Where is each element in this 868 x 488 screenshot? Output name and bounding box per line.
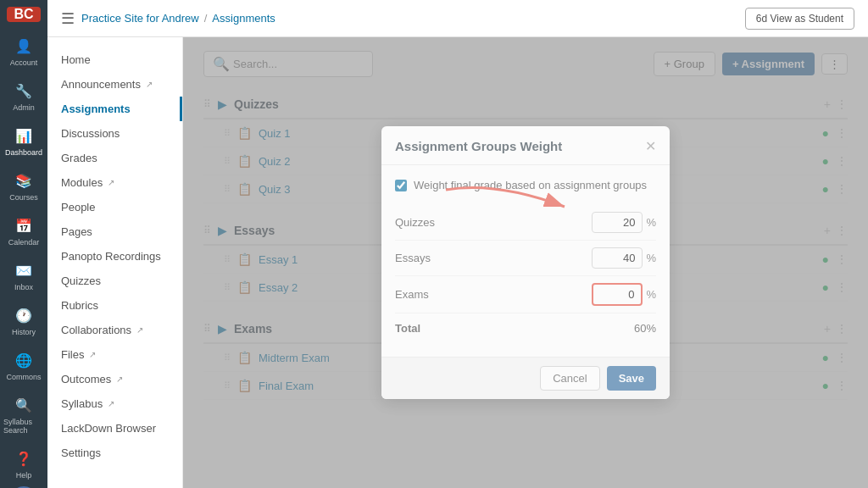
sidebar-item-discussions[interactable]: Discussions <box>47 121 182 146</box>
sidebar-item-collaborations[interactable]: Collaborations ↗ <box>47 318 182 342</box>
weight-checkbox-row: Weight final grade based on assignment g… <box>395 179 656 191</box>
hamburger-menu[interactable]: ☰ <box>61 9 75 28</box>
sidebar-item-people[interactable]: People <box>47 195 182 219</box>
quizzes-weight-input-wrap: % <box>592 212 656 233</box>
topbar: ☰ Practice Site for Andrew / Assignments… <box>47 0 868 37</box>
sidebar-label-grades: Grades <box>61 152 97 164</box>
nav-label-history: History <box>12 328 36 336</box>
sidebar-item-panopto[interactable]: Panopto Recordings <box>47 244 182 269</box>
sidebar-item-home[interactable]: Home <box>47 47 182 72</box>
sidebar: Home Announcements ↗ Assignments Discuss… <box>47 37 183 488</box>
nav-item-admin[interactable]: 🔧 Admin <box>0 74 47 119</box>
nav-label-inbox: Inbox <box>14 283 33 291</box>
nav-item-commons[interactable]: 🌐 Commons <box>0 343 47 388</box>
quizzes-weight-label: Quizzes <box>395 216 592 229</box>
essays-weight-input-wrap: % <box>592 247 656 269</box>
view-as-student-button[interactable]: 6d View as Student <box>745 8 854 30</box>
sidebar-label-announcements: Announcements <box>61 78 141 91</box>
exams-pct: % <box>646 288 656 301</box>
sidebar-item-rubrics[interactable]: Rubrics <box>47 293 182 318</box>
sidebar-label-pages: Pages <box>61 225 92 238</box>
nav-item-account[interactable]: 👤 Account <box>0 29 47 74</box>
commons-icon: 🌐 <box>14 350 34 370</box>
sidebar-item-pages[interactable]: Pages <box>47 219 182 244</box>
inbox-icon: ✉️ <box>14 260 34 280</box>
essays-weight-label: Essays <box>395 252 592 264</box>
breadcrumb-separator: / <box>204 12 208 25</box>
content-area: Home Announcements ↗ Assignments Discuss… <box>47 37 868 488</box>
sidebar-item-settings[interactable]: Settings <box>47 441 182 465</box>
modal-close-button[interactable]: ✕ <box>645 138 656 154</box>
essays-weight-row: Essays % <box>395 241 656 276</box>
external-link-icon-syllabus: ↗ <box>108 399 114 408</box>
sidebar-item-quizzes[interactable]: Quizzes <box>47 269 182 293</box>
topbar-right: 6d View as Student <box>745 8 854 30</box>
nav-item-inbox[interactable]: ✉️ Inbox <box>0 253 47 298</box>
sidebar-item-lockdown[interactable]: LackDown Browser <box>47 416 182 441</box>
sidebar-item-syllabus[interactable]: Syllabus ↗ <box>47 391 182 416</box>
sidebar-item-announcements[interactable]: Announcements ↗ <box>47 72 182 97</box>
sidebar-label-people: People <box>61 201 95 214</box>
external-link-icon: ↗ <box>146 80 153 89</box>
quizzes-pct: % <box>646 216 656 229</box>
nav-item-syllabus-search[interactable]: 🔍 Syllabus Search <box>0 388 47 441</box>
sidebar-label-panopto: Panopto Recordings <box>61 250 161 263</box>
total-value: 60% <box>634 322 656 335</box>
dashboard-icon: 📊 <box>14 125 34 146</box>
external-link-icon-files: ↗ <box>89 350 96 359</box>
courses-icon: 📚 <box>14 170 34 191</box>
sidebar-item-grades[interactable]: Grades <box>47 146 182 170</box>
sidebar-label-modules: Modules <box>61 176 103 189</box>
weight-checkbox[interactable] <box>395 180 407 191</box>
total-label: Total <box>395 322 634 335</box>
modal-footer: Cancel Save <box>381 357 670 399</box>
quizzes-weight-row: Quizzes % <box>395 205 656 241</box>
nav-item-dashboard[interactable]: 📊 Dashboard <box>0 119 47 164</box>
admin-icon: 🔧 <box>14 80 34 101</box>
sidebar-label-settings: Settings <box>61 446 101 459</box>
exams-weight-label: Exams <box>395 288 592 301</box>
nav-label-courses: Courses <box>9 193 38 202</box>
page-content: 🔍 + Group + Assignment ⋮ ⠿ ▶ Quizzes + <box>183 37 868 488</box>
history-icon: 🕐 <box>14 305 34 325</box>
sidebar-item-modules[interactable]: Modules ↗ <box>47 170 182 195</box>
breadcrumb-current: Assignments <box>212 12 275 25</box>
sidebar-label-files: Files <box>61 348 84 361</box>
weight-checkbox-label: Weight final grade based on assignment g… <box>414 179 647 191</box>
sidebar-item-assignments[interactable]: Assignments <box>47 97 182 121</box>
sidebar-label-rubrics: Rubrics <box>61 299 98 312</box>
nav-item-calendar[interactable]: 📅 Calendar <box>0 208 47 253</box>
modal-body: Weight final grade based on assignment g… <box>381 165 670 357</box>
external-link-icon-outcomes: ↗ <box>116 374 123 384</box>
breadcrumb-site[interactable]: Practice Site for Andrew <box>81 12 199 25</box>
sidebar-label-home: Home <box>61 53 91 66</box>
external-link-icon-modules: ↗ <box>108 178 114 187</box>
assignment-groups-weight-modal: Assignment Groups Weight ✕ Weight final … <box>381 126 670 399</box>
exams-weight-input[interactable] <box>592 283 643 306</box>
nav-label-account: Account <box>10 58 38 67</box>
sidebar-item-files[interactable]: Files ↗ <box>47 342 182 367</box>
modal-header: Assignment Groups Weight ✕ <box>381 126 670 165</box>
nav-label-admin: Admin <box>13 103 35 112</box>
essays-weight-input[interactable] <box>592 247 643 269</box>
sidebar-label-collaborations: Collaborations <box>61 324 131 336</box>
sidebar-label-lockdown: LackDown Browser <box>61 422 156 435</box>
nav-label-help: Help <box>16 471 32 480</box>
sidebar-label-assignments: Assignments <box>61 103 131 115</box>
nav-item-help[interactable]: ❓ Help <box>0 441 47 486</box>
sidebar-item-outcomes[interactable]: Outcomes ↗ <box>47 367 182 391</box>
save-button[interactable]: Save <box>607 366 656 391</box>
breadcrumb: Practice Site for Andrew / Assignments <box>81 12 275 25</box>
total-row: Total 60% <box>395 313 656 343</box>
sidebar-label-discussions: Discussions <box>61 127 120 140</box>
cancel-button[interactable]: Cancel <box>540 366 599 391</box>
exams-weight-input-wrap: % <box>592 283 656 306</box>
nav-item-courses[interactable]: 📚 Courses <box>0 164 47 208</box>
nav-item-history[interactable]: 🕐 History <box>0 298 47 343</box>
exams-weight-row: Exams % <box>395 276 656 313</box>
external-link-icon-collab: ↗ <box>136 325 143 335</box>
modal-overlay: Assignment Groups Weight ✕ Weight final … <box>183 37 868 488</box>
syllabus-search-icon: 🔍 <box>14 395 34 415</box>
account-icon: 👤 <box>14 36 34 56</box>
quizzes-weight-input[interactable] <box>592 212 643 233</box>
